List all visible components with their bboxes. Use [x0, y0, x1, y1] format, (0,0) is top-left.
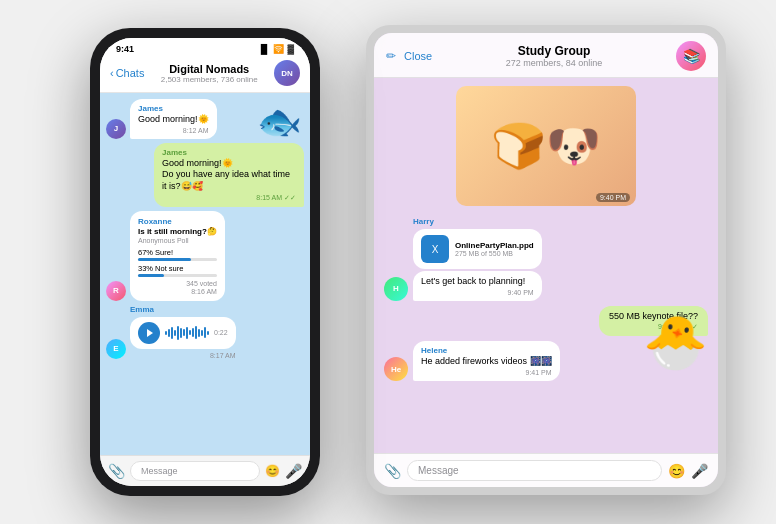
- toast-image-container: 🍞🐶 9:40 PM: [384, 86, 708, 210]
- iphone-status-bar: 9:41 ▐▌ 🛜 ▓: [100, 38, 310, 56]
- scene: 9:41 ▐▌ 🛜 ▓ ‹ Chats Digital Nomads 2,503…: [0, 0, 776, 524]
- message-harry-file: H Harry X OnlinePartyPlan.ppd 275 MB of …: [384, 217, 708, 301]
- message-outgoing-1: James Good morning!🌞Do you have any idea…: [106, 143, 304, 207]
- poll-votes: 345 voted: [138, 280, 217, 287]
- play-button[interactable]: [138, 322, 160, 344]
- attach-icon[interactable]: 📎: [108, 463, 125, 479]
- helene-bubble: Helene He added fireworks videos 🎆🎆 9:41…: [413, 341, 560, 381]
- ipad-attach-icon[interactable]: 📎: [384, 463, 401, 479]
- harry-avatar: H: [384, 277, 408, 301]
- ipad-mic-icon[interactable]: 🎤: [691, 463, 708, 479]
- poll-option-2: 33% Not sure: [138, 264, 217, 277]
- play-icon: [147, 329, 153, 337]
- battery-icon: ▓: [287, 44, 294, 54]
- chevron-left-icon: ‹: [110, 67, 114, 79]
- ipad-chat-subtitle: 272 members, 84 online: [440, 58, 668, 68]
- file-type-icon: X: [421, 235, 449, 263]
- toast-emoji: 🍞🐶: [491, 120, 601, 172]
- voice-duration: 0:22: [214, 329, 228, 336]
- iphone-screen: 9:41 ▐▌ 🛜 ▓ ‹ Chats Digital Nomads 2,503…: [100, 38, 310, 486]
- message-input[interactable]: Message: [130, 461, 260, 481]
- poll-title: Is it still morning?🤔: [138, 227, 217, 236]
- voice-message: 0:22: [130, 317, 236, 349]
- header-center: Digital Nomads 2,503 members, 736 online: [150, 63, 268, 84]
- ipad-chat-title: Study Group: [440, 44, 668, 58]
- file-info: OnlinePartyPlan.ppd 275 MB of 550 MB: [455, 241, 534, 257]
- fish-sticker: 🐟: [257, 101, 302, 143]
- ipad-device: ✏ Close Study Group 272 members, 84 onli…: [366, 25, 726, 495]
- waveform: [165, 325, 209, 341]
- iphone-chat-area: 🐟 J James Good morning!🌞 8:12 AM Jam: [100, 93, 310, 455]
- ipad-chat-area: 🐣 🍞🐶 9:40 PM H Harry: [374, 78, 718, 453]
- ipad-header-center: Study Group 272 members, 84 online: [440, 44, 668, 68]
- sender-name: James: [138, 104, 209, 113]
- status-icons: ▐▌ 🛜 ▓: [258, 44, 294, 54]
- ipad-group-avatar: 📚: [676, 41, 706, 71]
- iphone-time: 9:41: [116, 44, 134, 54]
- harry-text-bubble: Let's get back to planning! 9:40 PM: [413, 271, 542, 301]
- back-label: Chats: [116, 67, 145, 79]
- roxanne-avatar: R: [106, 281, 126, 301]
- ipad-input-bar: 📎 Message 😊 🎤: [374, 453, 718, 487]
- helene-sender: Helene: [421, 346, 552, 355]
- helene-avatar: He: [384, 357, 408, 381]
- emoji-icon[interactable]: 😊: [265, 464, 280, 478]
- poll-bubble: Roxanne Is it still morning?🤔 Anonymous …: [130, 211, 225, 301]
- ipad-message-input[interactable]: Message: [407, 460, 662, 481]
- mic-icon[interactable]: 🎤: [285, 463, 302, 479]
- james-avatar: J: [106, 119, 126, 139]
- bubble-outgoing-1: James Good morning!🌞Do you have any idea…: [154, 143, 304, 207]
- back-button[interactable]: ‹ Chats: [110, 67, 144, 79]
- ipad-chat-header: ✏ Close Study Group 272 members, 84 onli…: [374, 33, 718, 78]
- wifi-icon: 🛜: [273, 44, 284, 54]
- chat-subtitle: 2,503 members, 736 online: [150, 75, 268, 84]
- iphone-input-bar: 📎 Message 😊 🎤: [100, 455, 310, 486]
- poll-option-1: 67% Sure!: [138, 248, 217, 261]
- message-roxanne-poll: R Roxanne Is it still morning?🤔 Anonymou…: [106, 211, 304, 301]
- chat-title: Digital Nomads: [150, 63, 268, 75]
- close-button[interactable]: Close: [404, 50, 432, 62]
- voice-time: 8:17 AM: [130, 352, 236, 359]
- toast-image: 🍞🐶 9:40 PM: [456, 86, 636, 206]
- iphone-chat-header: ‹ Chats Digital Nomads 2,503 members, 73…: [100, 56, 310, 93]
- poll-sender: Roxanne: [138, 217, 217, 226]
- monster-sticker: 🐣: [643, 312, 708, 373]
- group-avatar: DN: [274, 60, 300, 86]
- file-name: OnlinePartyPlan.ppd: [455, 241, 534, 250]
- ipad-emoji-icon[interactable]: 😊: [668, 463, 685, 479]
- bubble-james-good-morning: James Good morning!🌞 8:12 AM: [130, 99, 217, 139]
- emma-sender: Emma: [130, 305, 236, 314]
- image-timestamp: 9:40 PM: [596, 193, 630, 202]
- out-sender: James: [162, 148, 296, 157]
- signal-icon: ▐▌: [258, 44, 271, 54]
- message-emma-voice: E Emma: [106, 305, 304, 359]
- ipad-screen: ✏ Close Study Group 272 members, 84 onli…: [374, 33, 718, 487]
- iphone-device: 9:41 ▐▌ 🛜 ▓ ‹ Chats Digital Nomads 2,503…: [90, 28, 320, 496]
- file-bubble: X OnlinePartyPlan.ppd 275 MB of 550 MB: [413, 229, 542, 269]
- poll-type: Anonymous Poll: [138, 237, 217, 244]
- edit-icon[interactable]: ✏: [386, 49, 396, 63]
- emma-avatar: E: [106, 339, 126, 359]
- file-size: 275 MB of 550 MB: [455, 250, 534, 257]
